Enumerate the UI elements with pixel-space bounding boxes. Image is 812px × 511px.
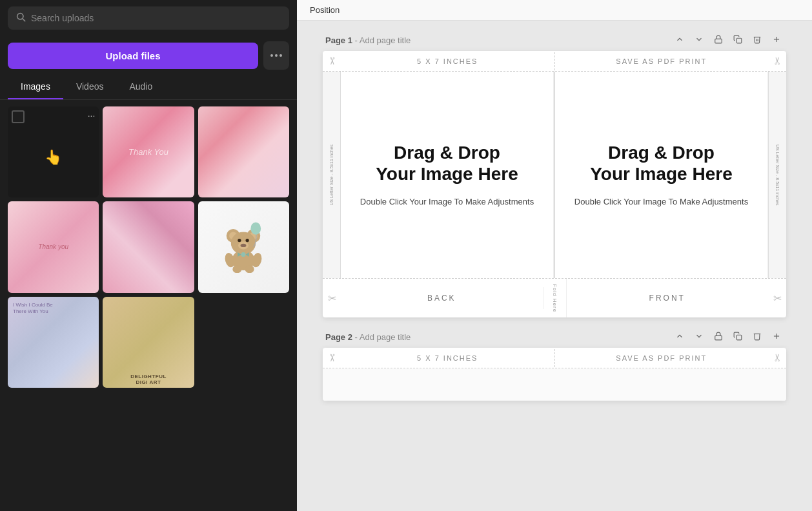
page-2-header: Page 2 - Add page title: [323, 330, 786, 344]
ruler-left-text: US Letter Size - 8.5x11 inches: [329, 145, 334, 206]
card-1-content: US Letter Size - 8.5x11 inches Drag & Dr…: [323, 72, 786, 278]
scissors-right-bottom: ✂: [768, 279, 786, 317]
svg-rect-24: [736, 38, 742, 43]
sub-right: Double Click Your Image To Make Adjustme…: [574, 195, 748, 208]
position-bar: Position: [297, 0, 812, 21]
page-2-add-button[interactable]: [769, 330, 784, 344]
card-1-bottom-left: BACK: [341, 287, 543, 309]
thumbnail-5[interactable]: [103, 201, 194, 292]
svg-rect-28: [736, 335, 742, 340]
page-2-delete-button[interactable]: [750, 330, 764, 344]
thumbnail-2[interactable]: Thank You: [103, 106, 194, 197]
drag-drop-left: Drag & DropYour Image Here: [376, 142, 518, 185]
page-2-up-button[interactable]: [673, 330, 687, 344]
ruler-left: US Letter Size - 8.5x11 inches: [323, 72, 341, 278]
page-1-actions: [673, 34, 784, 47]
card-2-top-bar: ✂ 5 X 7 INCHES SAVE AS PDF PRINT ✂: [323, 348, 786, 368]
left-panel: Upload files Images Videos Audio ··· 👆 T…: [0, 0, 297, 511]
thumbnail-4[interactable]: Thank you: [8, 201, 99, 292]
ruler-right-text: US Letter Size - 8.5x11 inches: [775, 145, 780, 206]
thumb-checkbox-1: [12, 110, 25, 123]
card-1-top-left: 5 X 7 INCHES: [341, 52, 555, 70]
scissors-right-top: ✂: [768, 51, 786, 71]
scissors-2-right-top: ✂: [768, 348, 786, 368]
svg-point-21: [245, 265, 254, 273]
tab-audio[interactable]: Audio: [116, 75, 165, 99]
thumbnail-6[interactable]: [198, 201, 289, 292]
fold-divider: [554, 72, 555, 278]
search-icon: [15, 12, 26, 25]
svg-point-3: [275, 54, 278, 57]
page-2-down-button[interactable]: [692, 330, 706, 344]
svg-point-22: [251, 222, 261, 234]
svg-point-10: [238, 239, 241, 242]
page-2-title: Page 2 - Add page title: [325, 332, 411, 342]
card-1-right-half[interactable]: Drag & DropYour Image Here Double Click …: [555, 72, 768, 278]
upload-bar: Upload files: [0, 36, 297, 75]
canvas-area: Page 1 - Add page title: [297, 21, 812, 511]
top-sections: 5 X 7 INCHES SAVE AS PDF PRINT: [341, 52, 768, 70]
svg-point-2: [270, 54, 273, 57]
svg-point-20: [233, 265, 242, 273]
thumb-text-7: I Wish I Could BeThere With You: [13, 302, 94, 316]
svg-point-11: [246, 239, 249, 242]
tabs-bar: Images Videos Audio: [0, 75, 297, 100]
thumb-label-4: Thank you: [38, 243, 68, 250]
page-2-partial-body: [323, 368, 786, 401]
card-1-top-right: SAVE AS PDF PRINT: [555, 52, 769, 70]
upload-files-button[interactable]: Upload files: [8, 43, 258, 69]
search-bar: [0, 0, 297, 36]
card-2-top-right: SAVE AS PDF PRINT: [555, 349, 769, 367]
position-label: Position: [310, 5, 340, 15]
search-input[interactable]: [31, 13, 281, 23]
tab-images[interactable]: Images: [8, 75, 63, 99]
more-options-button[interactable]: [263, 41, 289, 70]
page-section-2: Page 2 - Add page title: [323, 330, 786, 401]
thumbnail-7[interactable]: I Wish I Could BeThere With You: [8, 297, 99, 388]
thumbnail-8[interactable]: DELIGHTFULDIGI ART: [103, 297, 194, 388]
svg-rect-27: [715, 336, 722, 340]
page-2-actions: [673, 330, 784, 344]
card-1-top-bar: ✂ 5 X 7 INCHES SAVE AS PDF PRINT ✂: [323, 51, 786, 72]
page-1-title: Page 1 - Add page title: [325, 35, 411, 45]
svg-point-13: [241, 244, 247, 247]
page-1-add-button[interactable]: [769, 34, 784, 47]
page-1-up-button[interactable]: [673, 34, 687, 47]
ruler-right: US Letter Size - 8.5x11 inches: [768, 72, 786, 278]
page-2-card: ✂ 5 X 7 INCHES SAVE AS PDF PRINT ✂: [323, 348, 786, 401]
page-1-lock-button[interactable]: [711, 34, 726, 47]
thumbnail-3[interactable]: [198, 106, 289, 197]
drag-drop-right: Drag & DropYour Image Here: [590, 142, 732, 185]
svg-point-17: [241, 252, 246, 257]
page-2-lock-button[interactable]: [711, 330, 726, 344]
card-1-left-half[interactable]: Drag & DropYour Image Here Double Click …: [341, 72, 554, 278]
cursor-icon: 👆: [45, 149, 62, 166]
tab-videos[interactable]: Videos: [63, 75, 117, 99]
scissors-left-top: ✂: [323, 51, 341, 71]
images-grid: ··· 👆 Thank You Thank you: [0, 100, 297, 511]
page-1-duplicate-button[interactable]: [731, 34, 745, 47]
search-input-wrap: [8, 6, 289, 30]
right-panel: Position Page 1 - Add page title: [297, 0, 812, 511]
scissors-left-bottom: ✂: [323, 279, 341, 317]
card-2-top-left: 5 X 7 INCHES: [341, 349, 555, 367]
fold-label: Fold Here: [543, 279, 567, 317]
svg-rect-23: [715, 39, 722, 43]
thumb-more-1[interactable]: ···: [88, 110, 96, 121]
card-1-bottom-bar: ✂ BACK Fold Here FRONT ✂: [323, 278, 786, 317]
page-section-1: Page 1 - Add page title: [323, 34, 786, 317]
scissors-2-left-top: ✂: [323, 348, 341, 368]
page-1-down-button[interactable]: [692, 34, 706, 47]
page-1-header: Page 1 - Add page title: [323, 34, 786, 47]
thumbnail-1[interactable]: ··· 👆: [8, 106, 99, 197]
thumb-label-2: Thank You: [128, 147, 168, 157]
svg-line-1: [23, 19, 25, 21]
page-1-card: ✂ 5 X 7 INCHES SAVE AS PDF PRINT ✂ US Le…: [323, 51, 786, 317]
bottom-sections: BACK Fold Here FRONT: [341, 279, 768, 317]
thumb-text-8: DELIGHTFULDIGI ART: [130, 374, 167, 385]
svg-point-4: [279, 54, 282, 57]
card-1-bottom-right: FRONT: [567, 287, 769, 309]
page-1-delete-button[interactable]: [750, 34, 764, 47]
sub-left: Double Click Your Image To Make Adjustme…: [360, 195, 534, 208]
page-2-duplicate-button[interactable]: [731, 330, 745, 344]
